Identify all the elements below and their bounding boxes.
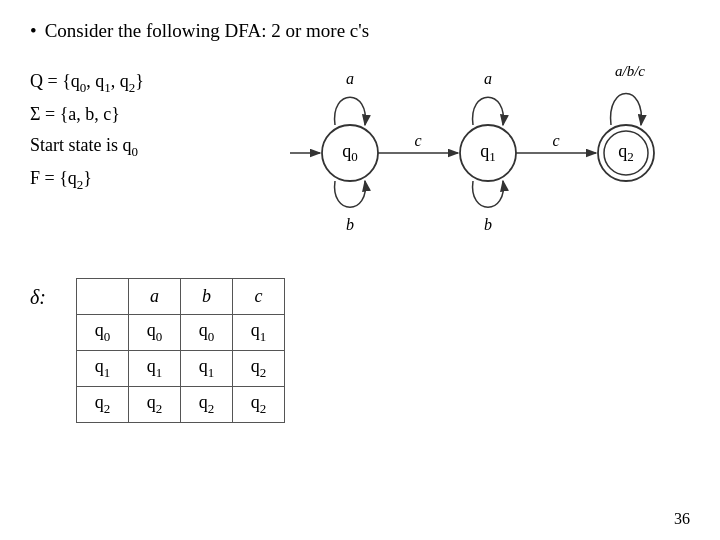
cell-q2-b: q2: [180, 387, 232, 423]
content-area: Q = {q0, q1, q2} Σ = {a, b, c} Start sta…: [30, 58, 690, 258]
left-panel: Q = {q0, q1, q2} Σ = {a, b, c} Start sta…: [30, 58, 240, 198]
svg-text:a: a: [346, 70, 354, 87]
row-state-q1: q1: [76, 351, 128, 387]
delta-label: δ:: [30, 278, 46, 309]
cell-q0-c: q1: [232, 315, 284, 351]
Q-definition: Q = {q0, q1, q2}: [30, 68, 240, 97]
svg-text:b: b: [484, 216, 492, 233]
svg-text:q1: q1: [480, 141, 496, 164]
svg-text:q2: q2: [618, 141, 634, 164]
transition-table: a b c q0 q0 q0 q1 q1 q1 q1 q2: [76, 278, 285, 423]
svg-text:q0: q0: [342, 141, 358, 164]
bullet: •: [30, 20, 37, 42]
dfa-svg: q0 a b c q1 a: [240, 58, 670, 258]
svg-text:c: c: [414, 132, 421, 149]
svg-text:a: a: [484, 70, 492, 87]
svg-text:a/b/c: a/b/c: [615, 63, 645, 79]
F-definition: F = {q2}: [30, 165, 240, 194]
col-header-a: a: [128, 279, 180, 315]
table-section: δ: a b c q0 q0 q0 q1 q1 q1: [30, 278, 690, 423]
page-number: 36: [674, 510, 690, 528]
start-state: Start state is q0: [30, 132, 240, 161]
cell-q1-c: q2: [232, 351, 284, 387]
header-title: Consider the following DFA: 2 or more c'…: [45, 20, 369, 42]
table-row: q1 q1 q1 q2: [76, 351, 284, 387]
svg-text:b: b: [346, 216, 354, 233]
cell-q2-a: q2: [128, 387, 180, 423]
dfa-diagram: q0 a b c q1 a: [240, 58, 690, 258]
header-line: • Consider the following DFA: 2 or more …: [30, 20, 690, 42]
table-row: q2 q2 q2 q2: [76, 387, 284, 423]
cell-q1-b: q1: [180, 351, 232, 387]
cell-q2-c: q2: [232, 387, 284, 423]
col-header-empty: [76, 279, 128, 315]
table-row: q0 q0 q0 q1: [76, 315, 284, 351]
cell-q1-a: q1: [128, 351, 180, 387]
col-header-b: b: [180, 279, 232, 315]
cell-q0-a: q0: [128, 315, 180, 351]
svg-text:c: c: [552, 132, 559, 149]
cell-q0-b: q0: [180, 315, 232, 351]
page: • Consider the following DFA: 2 or more …: [0, 0, 720, 540]
col-header-c: c: [232, 279, 284, 315]
row-state-q0: q0: [76, 315, 128, 351]
sigma-definition: Σ = {a, b, c}: [30, 101, 240, 128]
row-state-q2: q2: [76, 387, 128, 423]
